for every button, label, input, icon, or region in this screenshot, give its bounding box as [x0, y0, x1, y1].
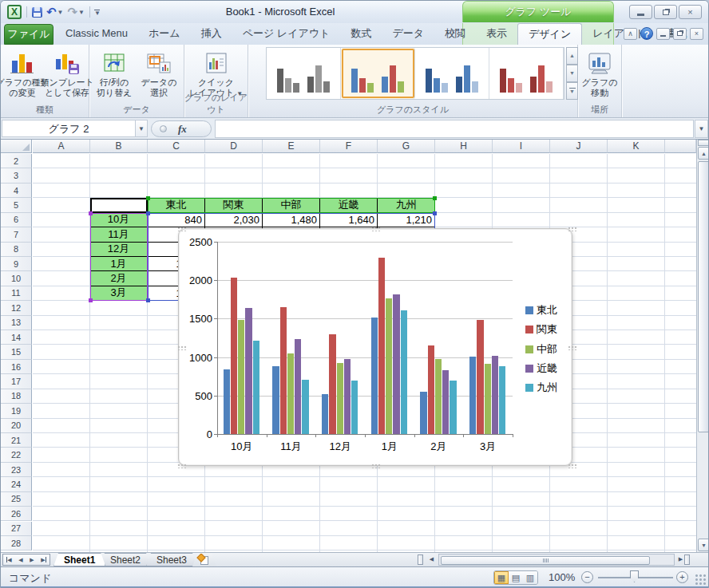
gallery-scroll-up-button[interactable]: ▲ — [566, 47, 578, 65]
vertical-split-handle[interactable] — [698, 140, 709, 146]
chart-style-mono[interactable] — [267, 48, 341, 99]
bar-中部-11月[interactable] — [287, 353, 294, 434]
save-as-template-button[interactable]: テンプレートとして保存 — [45, 46, 89, 98]
bar-九州-1月[interactable] — [401, 310, 407, 434]
row-header-20[interactable]: 20 — [1, 419, 32, 433]
bar-中部-12月[interactable] — [337, 363, 343, 434]
zoom-in-button[interactable]: + — [676, 571, 688, 583]
close-button[interactable]: × — [679, 5, 702, 19]
col-header-F[interactable]: F — [320, 140, 378, 153]
legend-item-九州[interactable]: 九州 — [525, 381, 557, 395]
chart-selection-grip[interactable] — [177, 227, 187, 231]
cell-B10[interactable]: 2月 — [90, 271, 148, 286]
row-header-2[interactable]: 2 — [1, 154, 32, 168]
cell-B9[interactable]: 1月 — [90, 257, 148, 271]
tab-data[interactable]: データ — [382, 23, 434, 45]
bar-九州-11月[interactable] — [302, 380, 308, 434]
series-name-range-handle[interactable] — [433, 196, 437, 200]
bar-九州-12月[interactable] — [351, 381, 358, 434]
bar-関東-12月[interactable] — [329, 334, 335, 434]
cell-B11[interactable]: 3月 — [90, 286, 148, 301]
help-button[interactable]: ? — [640, 27, 653, 40]
row-header-27[interactable]: 27 — [1, 522, 32, 536]
bar-近畿-10月[interactable] — [245, 308, 252, 434]
row-header-10[interactable]: 10 — [1, 271, 32, 286]
bar-関東-3月[interactable] — [477, 320, 483, 434]
vertical-scroll-thumb[interactable] — [698, 161, 709, 432]
workbook-restore-button[interactable] — [673, 28, 687, 40]
page-break-view-button[interactable]: ▥ — [523, 571, 537, 584]
sheet-tab-sheet2[interactable]: Sheet2 — [100, 553, 151, 566]
bar-関東-11月[interactable] — [280, 307, 287, 434]
tab-page-layout[interactable]: ページ レイアウト — [232, 23, 341, 45]
tab-classic-menu[interactable]: Classic Menu — [55, 23, 138, 45]
col-header-A[interactable]: A — [33, 140, 90, 153]
tab-view[interactable]: 表示 — [476, 23, 517, 45]
select-all-corner[interactable] — [1, 140, 32, 153]
col-header-G[interactable]: G — [378, 140, 435, 153]
sheet-tab-sheet1[interactable]: Sheet1 — [53, 553, 105, 566]
col-header-E[interactable]: E — [263, 140, 320, 153]
tab-insert[interactable]: 挿入 — [191, 23, 232, 45]
cell-F5[interactable]: 近畿 — [320, 198, 378, 212]
cell-B5[interactable] — [90, 198, 148, 212]
bar-東北-10月[interactable] — [224, 369, 230, 434]
value-range-handle[interactable] — [433, 211, 437, 215]
chart-style-red[interactable] — [489, 48, 564, 99]
bar-関東-2月[interactable] — [428, 345, 434, 434]
row-header-7[interactable]: 7 — [1, 227, 32, 242]
row-header-22[interactable]: 22 — [1, 448, 32, 462]
insert-function-button[interactable]: fx — [151, 120, 212, 137]
series-name-range-handle[interactable] — [146, 196, 150, 200]
bar-近畿-1月[interactable] — [393, 294, 399, 434]
col-header-partial[interactable] — [665, 140, 696, 153]
row-header-12[interactable]: 12 — [1, 301, 32, 315]
row-header-19[interactable]: 19 — [1, 404, 32, 418]
chart-selection-grip[interactable] — [371, 227, 381, 231]
col-header-D[interactable]: D — [205, 140, 263, 153]
row-header-25[interactable]: 25 — [1, 492, 32, 507]
workbook-minimize-button[interactable] — [656, 28, 670, 40]
col-header-K[interactable]: K — [608, 140, 665, 153]
bar-近畿-12月[interactable] — [344, 359, 351, 434]
next-sheet-button[interactable]: ▶ — [30, 557, 34, 563]
col-header-H[interactable]: H — [435, 140, 493, 153]
vertical-scrollbar[interactable]: ▲ ▼ — [696, 140, 709, 552]
switch-row-column-button[interactable]: 行/列の切り替え — [92, 46, 137, 98]
change-chart-type-button[interactable]: グラフの種類の変更 — [0, 46, 45, 98]
embedded-chart[interactable]: 0500100015002000250010月11月12月1月2月3月東北関東中… — [178, 228, 572, 466]
col-header-B[interactable]: B — [90, 140, 148, 153]
customize-quick-access-button[interactable]: ▼ — [94, 10, 101, 15]
cell-E6[interactable]: 1,480 — [263, 213, 320, 227]
cell-G6[interactable]: 1,210 — [378, 213, 435, 227]
chart-selection-grip[interactable] — [177, 464, 187, 468]
row-header-23[interactable]: 23 — [1, 463, 32, 477]
prev-sheet-button[interactable]: ◀ — [18, 557, 22, 563]
cell-B8[interactable]: 12月 — [90, 243, 148, 257]
row-header-13[interactable]: 13 — [1, 316, 32, 330]
bar-関東-10月[interactable] — [231, 278, 237, 434]
cell-E5[interactable]: 中部 — [263, 198, 320, 212]
bar-東北-11月[interactable] — [272, 366, 279, 434]
cell-C6[interactable]: 840 — [148, 213, 205, 227]
collapse-ribbon-button[interactable]: ∧ — [624, 28, 637, 40]
row-header-26[interactable]: 26 — [1, 507, 32, 521]
gallery-more-button[interactable]: ▼ — [566, 82, 578, 100]
zoom-level-label[interactable]: 100% — [549, 571, 575, 583]
chart-selection-grip[interactable] — [568, 345, 577, 350]
formula-input[interactable] — [215, 120, 694, 138]
bar-中部-1月[interactable] — [386, 298, 392, 434]
workbook-close-button[interactable]: × — [690, 28, 703, 40]
row-header-6[interactable]: 6 — [1, 213, 32, 227]
minimize-button[interactable] — [629, 5, 652, 19]
name-box-dropdown-icon[interactable]: ▼ — [136, 120, 148, 137]
chart-selection-grip[interactable] — [568, 464, 577, 468]
row-header-4[interactable]: 4 — [1, 184, 32, 198]
bar-東北-3月[interactable] — [469, 357, 476, 434]
tab-review[interactable]: 校閲 — [434, 23, 476, 45]
scroll-up-button[interactable]: ▲ — [698, 147, 709, 160]
bar-九州-10月[interactable] — [253, 341, 259, 434]
first-sheet-button[interactable]: ◀ — [6, 557, 11, 563]
bar-東北-2月[interactable] — [420, 392, 426, 434]
row-header-18[interactable]: 18 — [1, 389, 32, 404]
